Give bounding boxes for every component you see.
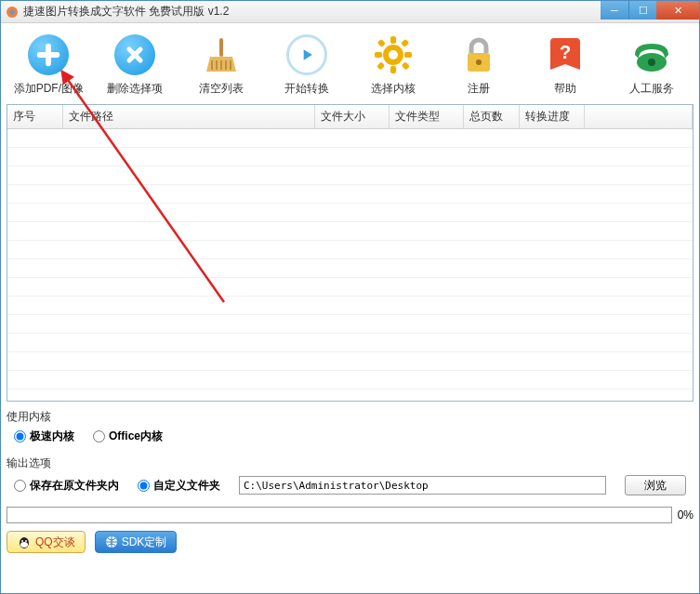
col-spacer: [585, 105, 693, 128]
svg-rect-5: [375, 52, 382, 58]
engine-section-label: 使用内核: [7, 409, 693, 425]
help-button[interactable]: ? 帮助: [525, 33, 606, 97]
svg-point-2: [386, 47, 401, 62]
svg-rect-8: [402, 61, 410, 70]
app-window: 捷速图片转换成文字软件 免费试用版 v1.2 ─ ☐ ✕ 添加PDF/图像 删除…: [0, 0, 700, 594]
table-body[interactable]: [7, 129, 693, 402]
svg-rect-1: [219, 38, 223, 57]
svg-point-15: [648, 59, 655, 66]
browse-button[interactable]: 浏览: [625, 475, 686, 495]
bottom-buttons: QQ交谈 SDK定制: [7, 531, 693, 553]
start-button[interactable]: 开始转换: [267, 33, 348, 97]
window-title: 捷速图片转换成文字软件 免费试用版 v1.2: [23, 4, 699, 20]
radio-custom-folder[interactable]: 自定义文件夹: [138, 478, 220, 494]
radio-same-input[interactable]: [14, 480, 26, 492]
output-section-label: 输出选项: [7, 455, 693, 471]
app-icon: [5, 5, 20, 20]
add-label: 添加PDF/图像: [14, 81, 84, 97]
svg-rect-4: [390, 66, 396, 73]
col-progress[interactable]: 转换进度: [520, 105, 585, 128]
radio-same-folder[interactable]: 保存在原文件夹内: [14, 478, 119, 494]
svg-rect-10: [376, 61, 385, 70]
main-toolbar: 添加PDF/图像 删除选择项 清空列表 开始转换 选择内核 注册: [7, 29, 693, 104]
window-controls: ─ ☐ ✕: [601, 1, 699, 20]
content-area: 添加PDF/图像 删除选择项 清空列表 开始转换 选择内核 注册: [1, 23, 699, 593]
globe-icon: [105, 535, 118, 548]
sdk-button[interactable]: SDK定制: [95, 531, 178, 553]
progress-row: 0%: [7, 507, 693, 523]
radio-office-engine[interactable]: Office内核: [93, 429, 163, 444]
col-size[interactable]: 文件大小: [315, 105, 390, 128]
qq-icon: [17, 535, 32, 549]
service-button[interactable]: 人工服务: [611, 33, 692, 97]
progress-percent: 0%: [678, 508, 693, 521]
close-button[interactable]: ✕: [656, 1, 699, 20]
phone-icon: [631, 34, 672, 75]
col-path[interactable]: 文件路径: [63, 105, 315, 128]
svg-rect-6: [404, 52, 412, 58]
service-label: 人工服务: [629, 81, 674, 97]
clear-button[interactable]: 清空列表: [180, 33, 261, 97]
file-table: 序号 文件路径 文件大小 文件类型 总页数 转换进度: [7, 104, 693, 402]
progress-bar: [7, 507, 672, 523]
svg-rect-7: [377, 39, 386, 47]
engine-button[interactable]: 选择内核: [353, 33, 434, 97]
output-path-input[interactable]: [239, 476, 606, 495]
radio-fast-engine[interactable]: 极速内核: [14, 429, 74, 444]
delete-button[interactable]: 删除选择项: [95, 33, 176, 97]
svg-point-12: [476, 59, 482, 65]
svg-rect-9: [401, 39, 409, 47]
minimize-button[interactable]: ─: [601, 1, 628, 20]
engine-radio-row: 极速内核 Office内核: [7, 425, 693, 448]
svg-text:?: ?: [560, 42, 571, 62]
radio-custom-input[interactable]: [138, 480, 150, 492]
col-seq[interactable]: 序号: [7, 105, 63, 128]
broom-icon: [201, 34, 242, 75]
x-icon: [124, 44, 146, 66]
svg-point-20: [25, 540, 27, 542]
start-label: 开始转换: [284, 81, 329, 97]
svg-point-18: [20, 542, 28, 548]
output-radio-row: 保存在原文件夹内 自定义文件夹 浏览: [7, 471, 693, 499]
add-file-button[interactable]: 添加PDF/图像: [8, 33, 89, 97]
radio-fast-input[interactable]: [14, 430, 26, 442]
register-label: 注册: [468, 81, 490, 97]
help-book-icon: ?: [545, 34, 586, 75]
svg-rect-3: [390, 36, 396, 44]
lock-icon: [460, 34, 497, 75]
radio-office-input[interactable]: [93, 430, 105, 442]
register-button[interactable]: 注册: [439, 33, 520, 97]
clear-label: 清空列表: [199, 81, 244, 97]
maximize-button[interactable]: ☐: [628, 1, 656, 20]
qq-chat-button[interactable]: QQ交谈: [7, 531, 86, 553]
gear-icon: [373, 34, 414, 75]
play-icon: [297, 46, 316, 64]
engine-label: 选择内核: [371, 81, 416, 97]
table-header: 序号 文件路径 文件大小 文件类型 总页数 转换进度: [7, 105, 693, 129]
col-pages[interactable]: 总页数: [464, 105, 520, 128]
plus-icon: [35, 42, 61, 68]
delete-label: 删除选择项: [107, 81, 163, 97]
svg-point-19: [21, 540, 23, 542]
titlebar: 捷速图片转换成文字软件 免费试用版 v1.2 ─ ☐ ✕: [1, 1, 699, 23]
help-label: 帮助: [554, 81, 576, 97]
col-type[interactable]: 文件类型: [390, 105, 464, 128]
